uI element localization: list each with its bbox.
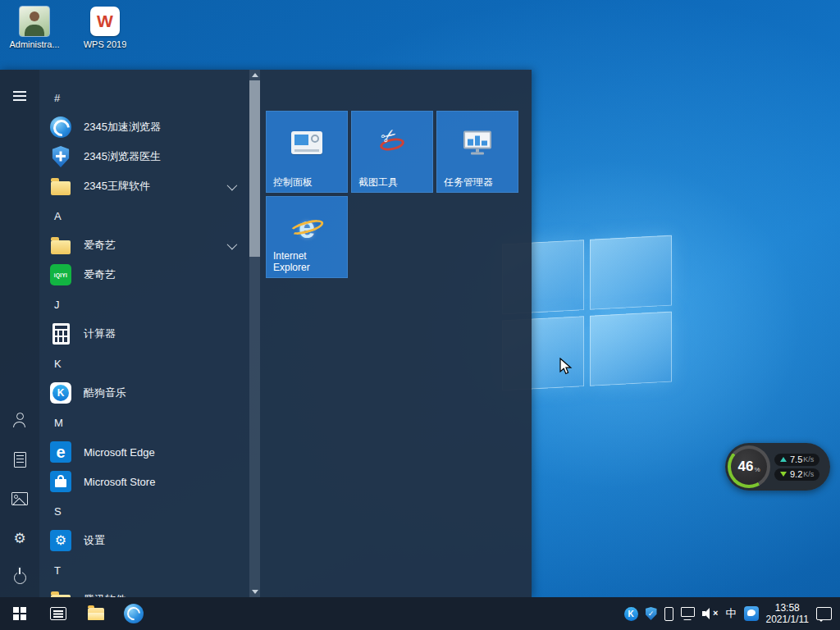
section-letter: T [54,564,61,577]
settings-gear-icon: ⚙ [50,530,71,551]
microsoft-store-icon [50,471,71,492]
system-tray: K ✓ × 中 13:58 2021/1/11 [624,597,840,630]
app-list-section-header[interactable]: # [39,83,249,112]
app-list-item[interactable]: 2345浏览器医生 [39,142,249,171]
tile-internet-explorer[interactable]: e Internet Explorer [266,196,348,278]
app-list-section-header[interactable]: K [39,349,249,378]
usage-gauge: 46 % [728,445,770,488]
app-list-section-header[interactable]: T [39,555,249,585]
folder-icon [51,181,71,195]
network-tray-icon[interactable] [681,607,695,617]
action-center-icon[interactable] [816,607,832,620]
2345-browser-icon [50,116,71,138]
edge-e-glyph: e [56,444,65,460]
document-icon [14,452,26,468]
clock-time: 13:58 [766,602,810,614]
app-list-item[interactable]: 2345加速浏览器 [39,112,249,142]
desktop-icon-administrator[interactable]: Administra... [5,7,64,49]
volume-muted-icon[interactable]: × [702,608,719,619]
kugou-tray-icon[interactable]: K [624,607,638,621]
control-panel-icon [291,131,322,154]
app-list-section-header[interactable]: M [39,408,249,437]
download-rate: 9.2 [790,469,802,480]
app-list-item[interactable]: ⚙ 设置 [39,526,249,555]
app-list-item[interactable]: K 酷狗音乐 [39,378,249,408]
chevron-down-icon [227,180,238,190]
desktop-icon-wps-2019[interactable]: W WPS 2019 [75,7,135,49]
upload-arrow-icon [780,457,787,462]
start-menu-rail: ⚙ [0,70,39,597]
desktop-icon-area: Administra... W WPS 2019 [5,7,135,49]
power-button[interactable] [0,558,39,597]
tile-task-manager[interactable]: 任务管理器 [436,111,518,193]
input-method-indicator[interactable]: 中 [726,606,737,621]
desktop-icon-label: WPS 2019 [84,39,127,49]
upload-rate: 7.5 [790,454,802,465]
app-label: Microsoft Store [84,476,155,488]
app-list-folder-item[interactable]: 2345王牌软件 [39,171,249,201]
file-explorer-button[interactable] [77,597,115,630]
start-button[interactable] [0,597,39,630]
iqiyi-icon: iQIYI [50,264,71,285]
app-label: 2345王牌软件 [84,179,150,194]
app-list-item[interactable]: 计算器 [39,319,249,349]
app-label: 爱奇艺 [84,267,116,282]
power-icon [14,572,26,584]
2345-doctor-shield-icon [52,146,70,167]
settings-button[interactable]: ⚙ [0,518,39,558]
start-tiles: 控制面板 ✂ 截图工具 任务管理器 e Internet Explorer [266,111,523,278]
tile-control-panel[interactable]: 控制面板 [266,111,348,193]
app-list-folder-item[interactable]: 腾讯软件 [39,585,249,597]
upload-rate-row: 7.5 K/s [774,454,819,466]
app-label: 酷狗音乐 [84,386,126,400]
scroll-down-arrow-icon[interactable] [252,590,258,594]
usage-percent-unit: % [754,466,760,473]
app-list-scrollbar[interactable] [249,70,260,597]
2345-browser-icon [124,604,144,623]
taskbar-clock[interactable]: 13:58 2021/1/11 [766,602,810,625]
app-list-item[interactable]: iQIYI 爱奇艺 [39,260,249,290]
documents-button[interactable] [0,440,39,479]
gear-glyph: ⚙ [55,534,66,547]
messenger-tray-icon[interactable] [744,606,759,621]
hamburger-icon [13,89,26,103]
download-rate-row: 9.2 K/s [774,468,819,481]
app-label: 2345浏览器医生 [84,149,161,164]
user-account-button[interactable] [0,400,39,440]
app-list-section-header[interactable]: S [39,496,249,526]
scroll-up-arrow-icon[interactable] [252,73,258,77]
task-view-icon [50,607,66,620]
pictures-icon [11,492,28,505]
pictures-button[interactable] [0,479,39,518]
administrator-shortcut-icon [20,7,49,36]
security-shield-icon[interactable]: ✓ [646,607,657,620]
2345-browser-taskbar-button[interactable] [115,597,153,630]
start-menu: ⚙ # 2345加速浏览器 2345浏览器医生 2345王牌软件 A [0,70,532,597]
app-list-item[interactable]: Microsoft Store [39,467,249,496]
network-speed-widget[interactable]: 46 % 7.5 K/s 9.2 K/s [725,443,830,491]
app-list-section-header[interactable]: J [39,290,249,319]
chevron-down-icon [227,239,238,249]
app-list-section-header[interactable]: A [39,201,249,231]
expand-menu-button[interactable] [0,76,39,116]
task-view-button[interactable] [39,597,77,630]
tile-snipping-tool[interactable]: ✂ 截图工具 [351,111,433,193]
app-list-folder-item[interactable]: 爱奇艺 [39,231,249,260]
tile-label: 截图工具 [358,176,427,188]
mouse-cursor [558,358,574,376]
section-letter: K [54,358,62,370]
windows-desktop: Administra... W WPS 2019 ⚙ # 2345加速浏览 [0,0,840,630]
gauge-inner: 46 % [731,449,767,485]
section-letter: # [54,92,60,104]
tile-label: 任务管理器 [444,176,513,188]
app-list-item[interactable]: e Microsoft Edge [39,437,249,467]
scrollbar-thumb[interactable] [249,80,260,257]
app-label: 设置 [84,533,105,548]
tile-label: 控制面板 [273,176,342,188]
internet-explorer-icon: e [289,212,325,244]
rail-bottom-group: ⚙ [0,394,39,597]
desktop-icon-label: Administra... [9,39,59,49]
kugou-music-icon: K [50,382,71,404]
device-tray-icon[interactable] [664,607,673,621]
download-arrow-icon [780,472,787,477]
